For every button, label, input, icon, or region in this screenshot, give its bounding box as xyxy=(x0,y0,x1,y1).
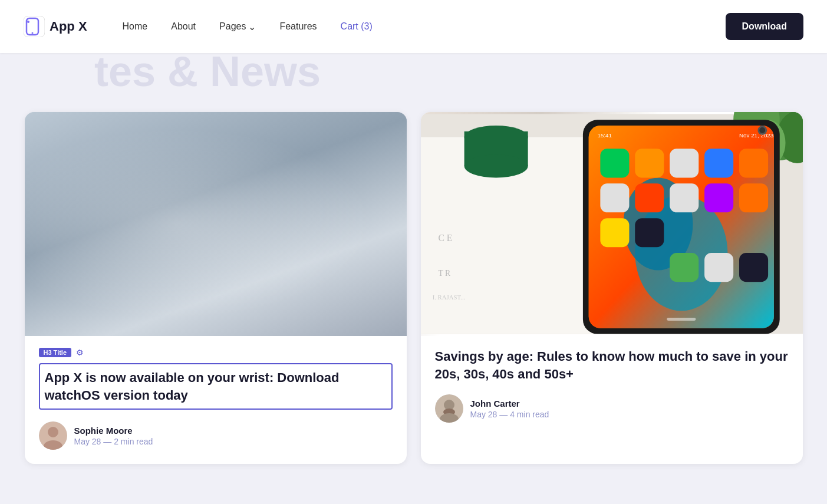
svg-rect-30 xyxy=(293,218,295,235)
svg-rect-12 xyxy=(274,114,407,334)
page-header: tes & News xyxy=(0,53,827,100)
chevron-down-icon: ⌄ xyxy=(248,21,256,32)
svg-rect-87 xyxy=(704,253,733,282)
svg-rect-20 xyxy=(309,252,324,259)
svg-text:V. LIGHT: V. LIGHT xyxy=(58,215,89,226)
svg-rect-82 xyxy=(704,183,733,212)
card-2-title: Savings by age: Rules to know how much t… xyxy=(435,348,789,383)
svg-rect-35 xyxy=(160,169,205,222)
svg-text:III. S.CALIFORN: III. S.CALIFORN xyxy=(80,197,135,210)
nav-pages[interactable]: Pages ⌄ xyxy=(219,21,256,32)
gear-icon: ⚙ xyxy=(76,348,84,357)
svg-rect-13 xyxy=(285,126,400,270)
svg-point-46 xyxy=(57,272,97,304)
svg-rect-33 xyxy=(166,137,198,166)
svg-rect-83 xyxy=(739,183,768,212)
card-2-avatar xyxy=(435,394,463,423)
svg-rect-25 xyxy=(330,262,345,269)
card-1: II. FAROE ISLANDS UTAN III. S.CALIFORN V… xyxy=(25,112,407,464)
svg-text:UTAN: UTAN xyxy=(39,204,60,214)
author-1-avatar-img xyxy=(39,421,67,450)
cards-grid: II. FAROE ISLANDS UTAN III. S.CALIFORN V… xyxy=(25,112,803,464)
card-1-label-row: H3 Title ⚙ xyxy=(39,348,393,357)
svg-rect-29 xyxy=(289,218,291,235)
svg-rect-75 xyxy=(635,149,664,177)
svg-rect-76 xyxy=(670,149,698,177)
watch-image-svg: II. FAROE ISLANDS UTAN III. S.CALIFORN V… xyxy=(25,112,407,336)
card-1-avatar xyxy=(39,421,67,450)
nav-links: Home About Pages ⌄ Features Cart (3) xyxy=(123,21,373,32)
svg-rect-23 xyxy=(365,252,380,259)
card-2-author-info: John Carter May 28 — 4 min read xyxy=(470,398,549,419)
svg-rect-18 xyxy=(365,241,380,248)
svg-text:T R: T R xyxy=(438,269,451,278)
svg-rect-44 xyxy=(166,224,198,259)
card-2-author-name: John Carter xyxy=(470,398,549,409)
svg-text:15:41: 15:41 xyxy=(597,132,612,139)
svg-rect-79 xyxy=(600,183,629,212)
svg-text:SAT: SAT xyxy=(177,200,186,205)
svg-point-42 xyxy=(162,200,176,214)
card-1-image: II. FAROE ISLANDS UTAN III. S.CALIFORN V… xyxy=(25,112,407,336)
svg-rect-28 xyxy=(286,218,288,235)
logo-link[interactable]: App X xyxy=(24,16,87,37)
svg-rect-74 xyxy=(600,149,629,177)
download-button[interactable]: Download xyxy=(726,13,803,40)
card-2-body: Savings by age: Rules to know how much t… xyxy=(421,336,803,437)
nav-home[interactable]: Home xyxy=(123,21,148,31)
svg-text:2.0: 2.0 xyxy=(173,179,191,193)
svg-rect-22 xyxy=(346,252,361,259)
card-2-author-meta: May 28 — 4 min read xyxy=(470,410,549,419)
svg-rect-34 xyxy=(157,166,206,224)
card-2: C E T R I. RAJAST... xyxy=(421,112,803,464)
svg-rect-14 xyxy=(291,241,305,248)
svg-rect-32 xyxy=(300,218,302,235)
svg-text:NO EVENTS TODAY: NO EVENTS TODAY xyxy=(163,194,201,198)
svg-text:C E: C E xyxy=(438,233,452,243)
svg-rect-21 xyxy=(328,252,342,259)
svg-point-50 xyxy=(100,305,157,328)
main-content: II. FAROE ISLANDS UTAN III. S.CALIFORN V… xyxy=(0,100,827,487)
svg-rect-4 xyxy=(25,114,407,334)
svg-rect-49 xyxy=(118,294,128,317)
svg-rect-6 xyxy=(36,160,268,288)
svg-text:II. FAROE ISLANDS: II. FAROE ISLANDS xyxy=(44,185,116,200)
svg-text:Nov 21, 2023: Nov 21, 2023 xyxy=(739,132,774,139)
author-2-avatar-img xyxy=(435,394,463,423)
svg-rect-27 xyxy=(291,283,305,290)
svg-rect-31 xyxy=(296,218,298,235)
svg-point-48 xyxy=(103,266,143,298)
logo-text: App X xyxy=(50,19,87,34)
svg-point-53 xyxy=(48,427,58,437)
nav-features[interactable]: Features xyxy=(279,21,317,31)
svg-rect-78 xyxy=(739,149,768,177)
svg-point-43 xyxy=(177,209,187,218)
svg-point-2 xyxy=(32,32,34,34)
svg-rect-5 xyxy=(25,149,302,334)
svg-rect-80 xyxy=(635,183,664,212)
svg-text:VI. ANTARCTICA: VI. ANTARCTICA xyxy=(59,225,119,239)
svg-rect-19 xyxy=(291,252,305,259)
svg-rect-84 xyxy=(600,218,629,247)
svg-rect-47 xyxy=(72,299,81,319)
app-logo-icon xyxy=(24,16,45,37)
nav-about[interactable]: About xyxy=(171,21,196,31)
svg-point-66 xyxy=(464,154,528,177)
svg-point-90 xyxy=(759,127,765,133)
svg-rect-51 xyxy=(25,114,140,172)
card-1-author: Sophie Moore May 28 — 2 min read xyxy=(39,421,393,450)
svg-rect-24 xyxy=(291,262,325,269)
card-1-author-name: Sophie Moore xyxy=(74,426,153,436)
card-2-image: C E T R I. RAJAST... xyxy=(421,112,803,336)
svg-rect-85 xyxy=(635,218,664,247)
svg-rect-17 xyxy=(346,241,361,248)
svg-text:27: 27 xyxy=(176,202,188,213)
svg-text:I. RAJAST...: I. RAJAST... xyxy=(432,294,465,301)
nav-cart[interactable]: Cart (3) xyxy=(341,21,373,31)
navbar: App X Home About Pages ⌄ Features Cart (… xyxy=(0,0,827,53)
card-2-author: John Carter May 28 — 4 min read xyxy=(435,394,789,423)
svg-point-3 xyxy=(27,21,29,23)
card-1-badge: H3 Title xyxy=(39,348,72,357)
card-1-body: H3 Title ⚙ App X is now available on you… xyxy=(25,336,407,464)
svg-point-36 xyxy=(160,173,204,218)
